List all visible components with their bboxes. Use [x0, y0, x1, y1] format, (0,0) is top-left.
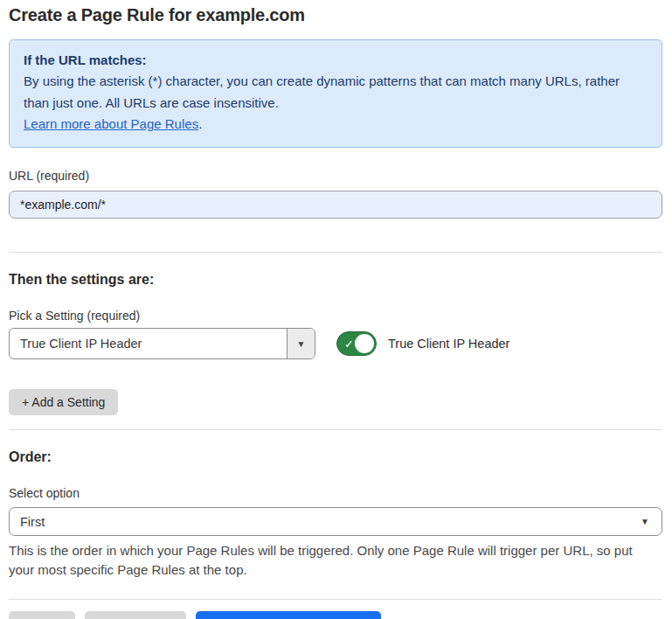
learn-more-link[interactable]: Learn more about Page Rules	[24, 116, 198, 131]
order-select-label: Select option	[9, 486, 662, 500]
order-help-text: This is the order in which your Page Rul…	[9, 541, 660, 580]
setting-select[interactable]: True Client IP Header ▼	[9, 328, 315, 359]
url-matches-info-box: If the URL matches: By using the asteris…	[9, 39, 662, 148]
info-box-body: By using the asterisk (*) character, you…	[24, 71, 648, 114]
setting-select-caret-button[interactable]: ▼	[287, 329, 315, 358]
toggle-knob	[355, 334, 374, 353]
save-as-draft-button[interactable]: Save as Draft	[85, 611, 187, 619]
toggle-label: True Client IP Header	[388, 337, 509, 351]
page-title: Create a Page Rule for example.com	[9, 5, 662, 25]
footer-divider	[9, 599, 662, 600]
order-select[interactable]: First ▼	[9, 507, 662, 536]
info-box-heading: If the URL matches:	[24, 50, 648, 71]
setting-select-value: True Client IP Header	[10, 329, 287, 358]
true-client-ip-toggle[interactable]: ✓	[336, 331, 377, 356]
cancel-button[interactable]: Cancel	[9, 611, 75, 619]
section-divider	[9, 252, 662, 253]
add-setting-button[interactable]: + Add a Setting	[9, 389, 118, 415]
info-box-link-line: Learn more about Page Rules.	[24, 114, 648, 135]
url-input[interactable]	[9, 191, 662, 219]
page-rule-form: Create a Page Rule for example.com If th…	[0, 0, 672, 619]
url-field-label: URL (required)	[9, 169, 662, 183]
caret-down-icon: ▼	[641, 517, 649, 526]
settings-section-heading: Then the settings are:	[9, 272, 662, 288]
section-divider	[9, 429, 662, 430]
setting-row: True Client IP Header ▼ ✓ True Client IP…	[9, 328, 662, 359]
caret-down-icon: ▼	[297, 339, 306, 349]
save-and-deploy-button[interactable]: Save and Deploy Page Rule	[196, 611, 381, 619]
check-icon: ✓	[344, 338, 354, 350]
order-select-value: First	[20, 515, 45, 529]
footer-actions: Cancel Save as Draft Save and Deploy Pag…	[9, 611, 662, 619]
order-section-heading: Order:	[9, 449, 662, 465]
pick-setting-label: Pick a Setting (required)	[9, 309, 662, 323]
link-suffix: .	[198, 116, 202, 131]
